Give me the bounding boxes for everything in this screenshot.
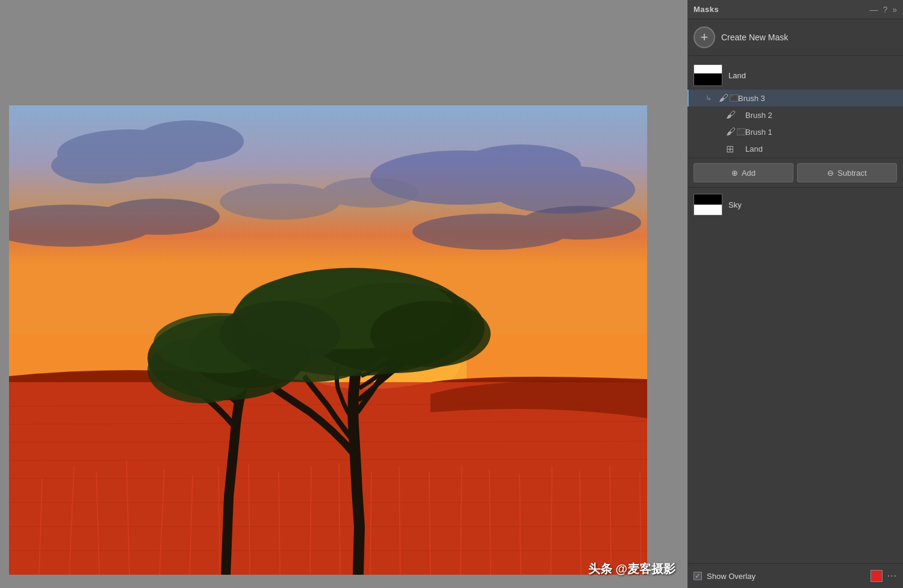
add-icon: ⊕ — [731, 169, 738, 178]
subtract-label: Subtract — [837, 169, 866, 178]
check-mark-icon: ✓ — [695, 572, 701, 580]
arrow-icon: ↳ — [706, 94, 712, 102]
brush1-label: Brush 1 — [745, 128, 772, 137]
svg-point-12 — [99, 199, 220, 235]
brush2-label: Brush 2 — [745, 111, 772, 120]
land-mask-thumbnail — [694, 64, 722, 86]
help-icon[interactable]: ? — [883, 5, 887, 14]
sky-mask-item[interactable]: Sky — [687, 190, 903, 219]
overlay-color-swatch[interactable] — [870, 570, 883, 582]
svg-point-10 — [322, 178, 418, 208]
svg-point-14 — [521, 206, 641, 240]
show-overlay-checkbox[interactable]: ✓ — [694, 572, 702, 580]
add-label: Add — [742, 169, 756, 178]
create-mask-row: + Create New Mask — [687, 19, 903, 56]
expand-icon[interactable]: » — [892, 5, 897, 14]
minimize-icon[interactable]: — — [869, 5, 878, 14]
brush3-icon: 🖌⬛ — [719, 93, 733, 104]
land-grid-icon: ⊞ — [726, 143, 740, 155]
subtract-icon: ⊖ — [827, 169, 834, 178]
overlay-row: ✓ Show Overlay ··· — [687, 563, 903, 588]
land-mask-label: Land — [728, 71, 746, 80]
brush1-sub-item[interactable]: 🖌⬛ Brush 1 — [687, 123, 903, 140]
land-grid-sub-item[interactable]: ⊞ Land — [687, 140, 903, 158]
sky-mask-thumbnail — [694, 194, 722, 215]
brush3-sub-item[interactable]: ↳ 🖌⬛ Brush 3 — [687, 90, 903, 107]
show-overlay-label: Show Overlay — [707, 572, 756, 581]
masks-panel: Masks — ? » + Create New Mask Land ↳ 🖌⬛ — [687, 0, 903, 588]
create-mask-label: Create New Mask — [721, 32, 788, 42]
brush2-sub-item[interactable]: 🖌 Brush 2 — [687, 107, 903, 123]
svg-point-9 — [220, 184, 340, 220]
land-mask-item[interactable]: Land — [687, 61, 903, 90]
photo-canvas — [9, 105, 647, 575]
svg-point-4 — [135, 120, 244, 162]
subtract-button[interactable]: ⊖ Subtract — [797, 163, 897, 182]
svg-point-56 — [220, 301, 340, 367]
brush1-icon: 🖌⬛ — [726, 126, 740, 137]
sky-mask-label: Sky — [728, 200, 742, 209]
brush3-label: Brush 3 — [738, 94, 765, 103]
svg-point-5 — [51, 147, 147, 184]
add-button[interactable]: ⊕ Add — [694, 163, 793, 182]
add-subtract-row: ⊕ Add ⊖ Subtract — [687, 158, 903, 188]
land-sub-items: ↳ 🖌⬛ Brush 3 🖌 Brush 2 🖌⬛ Brush 1 — [687, 90, 903, 158]
brush2-icon: 🖌 — [726, 110, 740, 120]
masks-list: Land ↳ 🖌⬛ Brush 3 🖌 Brush 2 🖌⬛ — [687, 56, 903, 563]
create-mask-button[interactable]: + — [694, 26, 715, 48]
svg-point-55 — [370, 301, 491, 367]
panel-title: Masks — [694, 5, 719, 14]
panel-header-icons: — ? » — [869, 5, 897, 14]
overlay-more-button[interactable]: ··· — [887, 571, 897, 581]
land-grid-label: Land — [745, 144, 763, 153]
panel-header: Masks — ? » — [687, 0, 903, 19]
svg-point-8 — [491, 166, 635, 214]
